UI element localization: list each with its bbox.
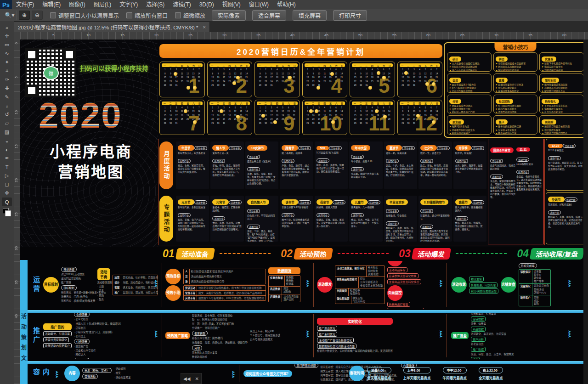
highlight-day-dot bbox=[184, 109, 187, 113]
day-number: 22 bbox=[210, 80, 215, 84]
shape-tool-icon[interactable]: ◻ bbox=[2, 180, 12, 189]
weekday-label: 三 bbox=[413, 102, 415, 105]
day-number: 4 bbox=[322, 68, 328, 72]
crop-tool-icon[interactable]: ⌗ bbox=[2, 67, 12, 75]
wechat-icon: 微 bbox=[43, 66, 59, 80]
highlight-day-dot bbox=[432, 82, 435, 86]
day-number: 18 bbox=[274, 76, 280, 80]
tip-line: 按周期订购锁定长期消费 bbox=[542, 125, 582, 128]
option-button[interactable]: 填充屏幕 bbox=[293, 10, 327, 21]
checkbox-box[interactable] bbox=[50, 12, 56, 18]
eraser-tool-icon[interactable]: ▱ bbox=[2, 119, 12, 128]
menu-item[interactable]: 编辑(E) bbox=[38, 0, 65, 9]
hand-tool-icon[interactable]: ✥ bbox=[2, 189, 12, 198]
checkbox-box[interactable] bbox=[175, 12, 181, 18]
tip-card: 社区团购每日固定时间发布福利群内专属价和秒杀话题互动保持活跃 bbox=[493, 95, 538, 114]
day-number: 18 bbox=[417, 76, 423, 80]
type-tool-icon[interactable]: T bbox=[2, 163, 12, 171]
theme-label: 活动主题 bbox=[194, 200, 207, 204]
option-checkbox[interactable]: 缩放所有窗口 bbox=[126, 11, 168, 19]
tab-close-icon[interactable]: × bbox=[203, 24, 206, 30]
color-swatches[interactable] bbox=[3, 208, 11, 216]
lasso-tool-icon[interactable]: ∿ bbox=[2, 49, 12, 58]
activity-card: 8.18暑期购物节活动主题狂暑热卖，结合818暑期购物节适用行业全品类，面向用户… bbox=[418, 196, 452, 242]
floating-control[interactable]: ◀◀ ✕ bbox=[181, 373, 202, 384]
clone-stamp-tool-icon[interactable]: ♁ bbox=[2, 102, 12, 110]
menu-item[interactable]: 视图(V) bbox=[218, 0, 245, 9]
column-separator bbox=[162, 314, 162, 357]
weekday-label: 三 bbox=[413, 64, 415, 67]
brush-tool-icon[interactable]: ✎ bbox=[2, 93, 12, 102]
background-color[interactable] bbox=[5, 210, 11, 216]
sub-value: 金额 bbox=[534, 296, 539, 299]
option-button[interactable]: 适合屏幕 bbox=[252, 10, 286, 21]
toolbar-collapse-icon[interactable]: » bbox=[2, 23, 12, 32]
document-tab-bar: 2020小程序电商营销地图.jpg @ 12.5% (扫码可以获得小程序扶持, … bbox=[14, 21, 588, 32]
history-brush-tool-icon[interactable]: ↺ bbox=[2, 110, 12, 119]
rewind-icon[interactable]: ◀◀ bbox=[183, 376, 190, 381]
pen-tool-icon[interactable]: ✒ bbox=[2, 154, 12, 163]
table-row: 货活动商品出库/预热种草图文 bbox=[184, 274, 266, 279]
sub-value: 满减/买赠 bbox=[368, 273, 379, 276]
table-key: 微信群运营 bbox=[335, 296, 351, 304]
eyedropper-tool-icon[interactable]: ✑ bbox=[2, 75, 12, 84]
document-tab[interactable]: 2020小程序电商营销地图.jpg @ 12.5% (扫码可以获得小程序扶持, … bbox=[14, 22, 210, 32]
day-number: 10 bbox=[269, 72, 274, 76]
marquee-tool-icon[interactable]: ▭ bbox=[2, 40, 12, 49]
zoom-tool-icon[interactable]: Q bbox=[2, 198, 12, 206]
zoom-out-button[interactable]: ⊖ bbox=[32, 11, 43, 20]
option-checkbox[interactable]: 细微缩放 bbox=[175, 11, 205, 19]
zoom-tool-icon[interactable]: 🔍▾ bbox=[3, 11, 17, 20]
option-button[interactable]: 打印尺寸 bbox=[333, 10, 367, 21]
day-number: 10 bbox=[221, 72, 226, 76]
day-number: 7 bbox=[339, 106, 345, 110]
special-cards-row: 元旦节活动主题新年新气象，全新起航出发适用行业服饰、美妆、电子产品等，迎新日用户… bbox=[176, 196, 486, 242]
menu-item[interactable]: 窗口(W) bbox=[245, 0, 273, 9]
ruler-number: 70 bbox=[494, 33, 498, 37]
table-key: 社群运营 bbox=[335, 288, 349, 296]
content-sub-item: · 抽奖 bbox=[114, 372, 130, 375]
menu-item[interactable]: 图像(I) bbox=[65, 0, 89, 9]
table-key: 优惠券数据 bbox=[269, 276, 285, 286]
option-checkbox[interactable]: 调整窗口大小以满屏显示 bbox=[50, 11, 119, 19]
menu-item[interactable]: 滤镜(T) bbox=[169, 0, 195, 9]
path-select-tool-icon[interactable]: ▷ bbox=[2, 171, 12, 180]
menu-item[interactable]: 图层(L) bbox=[90, 0, 116, 9]
day-number: 16 bbox=[358, 76, 363, 80]
menu-item[interactable]: 文件(F) bbox=[12, 0, 38, 9]
tip-line: 配合倒计时提升点击 bbox=[542, 90, 582, 92]
tip-line: 高频商品引流低频利润 bbox=[542, 86, 582, 90]
dodge-tool-icon[interactable]: ◐ bbox=[2, 145, 12, 154]
menu-item[interactable]: 文字(Y) bbox=[115, 0, 142, 9]
move-tool-icon[interactable]: ✛ bbox=[2, 32, 12, 40]
blur-tool-icon[interactable]: ◒ bbox=[2, 136, 12, 145]
healing-tool-icon[interactable]: ✚ bbox=[2, 84, 12, 93]
day-number: 8 bbox=[257, 110, 263, 114]
day-number: 24 bbox=[174, 80, 179, 84]
opt-item: 数据跟踪及优化调整活动页面 bbox=[317, 344, 356, 349]
menu-item[interactable]: 3D(D) bbox=[195, 0, 218, 9]
tip-label: 限时折扣 bbox=[542, 78, 559, 83]
theme-label: 活动主题 bbox=[229, 146, 242, 150]
quick-select-tool-icon[interactable]: ✦ bbox=[2, 58, 12, 67]
checkbox-box[interactable] bbox=[126, 12, 132, 18]
close-icon[interactable]: ✕ bbox=[195, 376, 199, 381]
tip-line: 组合装提升客单 bbox=[542, 129, 582, 132]
branch-line: 对比2019年活动效果 bbox=[61, 273, 95, 276]
zoom-in-button[interactable]: ⊕ bbox=[19, 11, 30, 20]
industry-text: 全品类，家庭团聚场景为主，可围绕中秋国庆长假推出系列活动，也可以礼盒等促销方案，… bbox=[490, 180, 515, 199]
planning-row: 内容➤ ➤ ➤➤ ➤ ➤➤ ➤ ➤内容商品（预告、亮点）营销活动· 活动规则· … bbox=[28, 363, 583, 384]
gradient-tool-icon[interactable]: ▨ bbox=[2, 128, 12, 136]
option-button[interactable]: 实际像素 bbox=[212, 10, 246, 21]
menu-item[interactable]: 选择(S) bbox=[142, 0, 169, 9]
day-number: 29 bbox=[210, 122, 215, 126]
year-end-column: 12.22活动主题12.12 年末狂欢适用行业各行业通用，顺延双 11 后，双 … bbox=[546, 139, 583, 244]
promo-purpose-node: 推广目的 bbox=[43, 323, 72, 330]
highlight-day-dot bbox=[330, 72, 334, 76]
time-caption: 午间曝光最高点 bbox=[443, 375, 467, 380]
weekday-label: 五 bbox=[234, 102, 237, 105]
menu-item[interactable]: 帮助(H) bbox=[273, 0, 300, 9]
day-number: 7 bbox=[291, 106, 297, 110]
tip-line: 限时限量制造紧迫氛围 bbox=[542, 83, 582, 86]
tip-line: 预告提前种草蓄水 bbox=[496, 86, 536, 90]
